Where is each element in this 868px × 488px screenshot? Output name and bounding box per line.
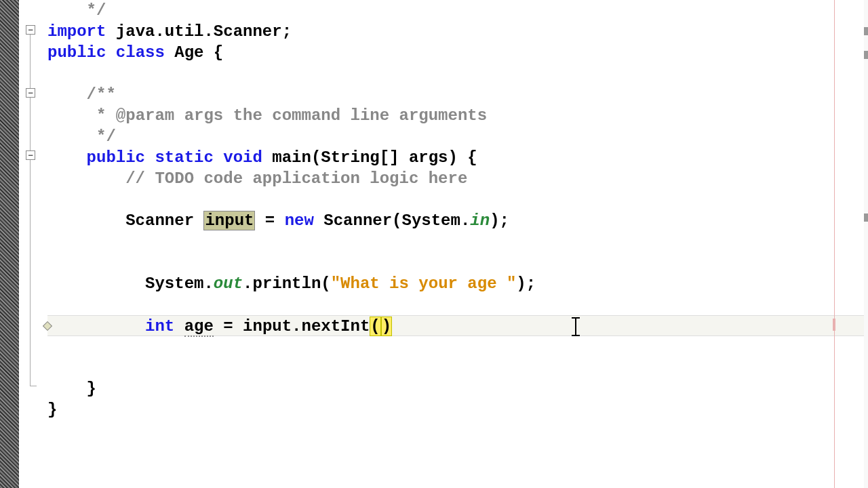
keyword: import	[47, 22, 106, 41]
class-name: Age	[174, 43, 203, 62]
current-line[interactable]: int age = input.nextInt()	[47, 315, 868, 336]
code-text: );	[490, 211, 509, 230]
minimap-strip	[0, 0, 19, 488]
code-text: {	[203, 43, 223, 62]
code-text: (String[] args) {	[311, 148, 477, 167]
code-text: java.util.Scanner;	[106, 22, 292, 41]
paren-highlight: (	[370, 317, 380, 336]
javadoc-tag: @param	[116, 106, 174, 125]
code-text: .println(	[243, 274, 331, 293]
editor-gutter	[19, 0, 39, 488]
scroll-marker	[864, 51, 868, 59]
comment-text: args the command line arguments	[174, 106, 487, 125]
variable-warning: age	[184, 317, 214, 337]
type-name: Scanner	[125, 211, 203, 230]
margin-marker	[833, 319, 835, 331]
comment-text: /**	[47, 85, 116, 104]
indent	[47, 317, 145, 336]
fold-guide	[30, 386, 37, 386]
code-text: = input.nextInt	[214, 317, 370, 336]
keyword: int	[145, 317, 174, 336]
comment-text: */	[47, 127, 116, 146]
code-text: Scanner(System.	[314, 211, 470, 230]
method-name: main	[272, 148, 311, 167]
static-field: in	[470, 211, 490, 230]
keyword: public	[47, 43, 106, 62]
code-text: );	[516, 274, 536, 293]
code-text: }	[47, 401, 57, 419]
comment-text: // TODO code application logic here	[47, 169, 467, 188]
code-text: =	[255, 211, 284, 230]
keyword: public	[87, 148, 145, 167]
scroll-marker	[864, 27, 868, 35]
keyword: static	[155, 148, 213, 167]
scroll-marker	[864, 214, 868, 222]
text-cursor-icon	[575, 317, 576, 336]
scrollbar-track[interactable]	[864, 0, 868, 488]
fold-guide	[30, 160, 31, 386]
fold-toggle-icon[interactable]: −	[26, 88, 35, 98]
code-editor[interactable]: */ import java.util.Scanner; public clas…	[47, 0, 868, 488]
fold-guide	[30, 35, 31, 88]
right-margin-line	[834, 0, 835, 488]
fold-toggle-icon[interactable]: −	[26, 25, 35, 35]
comment-text: */	[47, 1, 106, 20]
code-text: }	[47, 380, 96, 398]
indent	[47, 274, 145, 293]
keyword: void	[223, 148, 262, 167]
fold-guide	[30, 98, 31, 150]
string-literal: "What is your age "	[331, 274, 517, 293]
keyword: new	[285, 211, 314, 230]
keyword: class	[116, 43, 165, 62]
fold-toggle-icon[interactable]: −	[26, 150, 35, 160]
indent	[47, 211, 125, 230]
variable-highlight: input	[203, 211, 255, 230]
static-field: out	[214, 274, 243, 293]
comment-text: *	[47, 106, 116, 125]
paren-highlight: )	[381, 317, 392, 336]
code-text: System.	[145, 274, 214, 293]
